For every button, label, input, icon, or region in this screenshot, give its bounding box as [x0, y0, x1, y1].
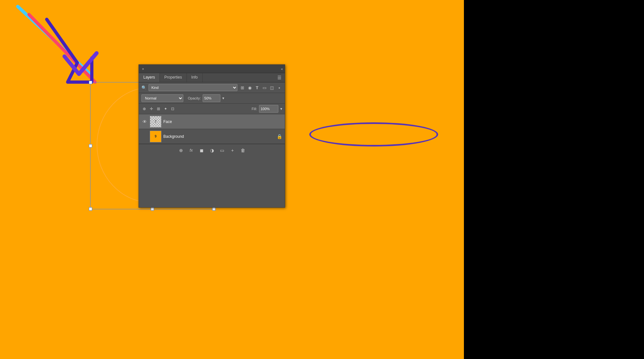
panel-close-button[interactable]: × — [141, 67, 145, 71]
layers-list: 👁 7 Face 👁 9 Background 🔒 — [139, 114, 285, 144]
filter-text-icon[interactable]: T — [254, 85, 260, 90]
handle-bot-left[interactable] — [89, 207, 92, 211]
art-icon[interactable]: ✦ — [163, 106, 168, 112]
filter-adjustment-icon[interactable]: ◉ — [247, 85, 253, 90]
layer-name-background: Background — [163, 134, 275, 139]
svg-line-0 — [18, 6, 90, 74]
panel-menu-icon[interactable]: ☰ — [274, 73, 285, 82]
new-layer-button[interactable]: + — [229, 147, 236, 154]
filter-smart-icon[interactable]: ◫ — [269, 85, 275, 90]
layer-lock-icon[interactable]: 🔒 — [277, 134, 282, 139]
layer-item-face[interactable]: 👁 7 Face — [139, 114, 285, 129]
layer-item-background[interactable]: 👁 9 Background 🔒 — [139, 129, 285, 144]
handle-mid-left[interactable] — [89, 144, 92, 147]
opacity-input[interactable] — [203, 94, 220, 102]
tab-properties[interactable]: Properties — [160, 73, 187, 82]
layers-panel: × « Layers Properties Info ☰ 🔍 Kind ⊞ ◉ … — [139, 64, 285, 208]
transform-icon[interactable]: ⊞ — [156, 106, 161, 112]
panel-collapse-button[interactable]: « — [281, 67, 283, 71]
filter-shape-icon[interactable]: ▭ — [262, 85, 267, 90]
link-layers-button[interactable]: ⊕ — [178, 147, 185, 154]
layer-thumbnail-background: 9 — [150, 131, 161, 142]
panel-bottom-toolbar: ⊕ fx ◼ ◑ ▭ + 🗑 — [139, 144, 285, 156]
svg-line-1 — [29, 14, 95, 82]
fill-input[interactable] — [259, 105, 278, 113]
handle-bot-right[interactable] — [212, 207, 216, 211]
adjustment-button[interactable]: ◑ — [208, 147, 216, 154]
search-icon: 🔍 — [141, 85, 147, 90]
filter-dot-icon[interactable]: ● — [276, 85, 282, 90]
layer-mask-button[interactable]: ◼ — [198, 147, 205, 154]
fill-dropdown-arrow[interactable]: ▾ — [280, 107, 282, 111]
tab-info[interactable]: Info — [187, 73, 203, 82]
lock-all-icon[interactable]: ⊡ — [170, 106, 176, 112]
fill-row: ⊕ ✛ ⊞ ✦ ⊡ Fill: ▾ — [139, 104, 285, 114]
filter-row: 🔍 Kind ⊞ ◉ T ▭ ◫ ● — [139, 82, 285, 93]
panel-titlebar: × « — [139, 65, 285, 73]
kind-filter-select[interactable]: Kind — [149, 84, 237, 91]
tab-layers[interactable]: Layers — [139, 73, 160, 82]
group-button[interactable]: ▭ — [219, 147, 226, 154]
face-layer-annotation-circle — [309, 122, 438, 146]
opacity-label: Opacity: — [188, 96, 201, 100]
handle-bot-mid[interactable] — [151, 207, 154, 211]
blend-mode-select[interactable]: Normal Multiply Screen Overlay — [141, 94, 183, 102]
black-area — [464, 0, 644, 359]
move-icon[interactable]: ✛ — [149, 106, 154, 112]
canvas-area: × « Layers Properties Info ☰ 🔍 Kind ⊞ ◉ … — [0, 0, 464, 359]
layer-visibility-face[interactable]: 👁 — [141, 118, 148, 125]
link-icon[interactable]: ⊕ — [141, 106, 147, 112]
fx-button[interactable]: fx — [188, 147, 195, 154]
panel-tabs: Layers Properties Info ☰ — [139, 73, 285, 82]
delete-layer-button[interactable]: 🗑 — [239, 147, 246, 154]
layer-name-face: Face — [163, 119, 282, 124]
handle-top-left[interactable] — [89, 81, 92, 84]
blend-mode-row: Normal Multiply Screen Overlay Opacity: … — [139, 93, 285, 104]
layer-thumbnail-face: 7 — [150, 116, 161, 128]
fill-label: Fill: — [252, 107, 257, 111]
opacity-dropdown-arrow[interactable]: ▾ — [222, 96, 224, 100]
filter-pixel-icon[interactable]: ⊞ — [239, 85, 245, 90]
